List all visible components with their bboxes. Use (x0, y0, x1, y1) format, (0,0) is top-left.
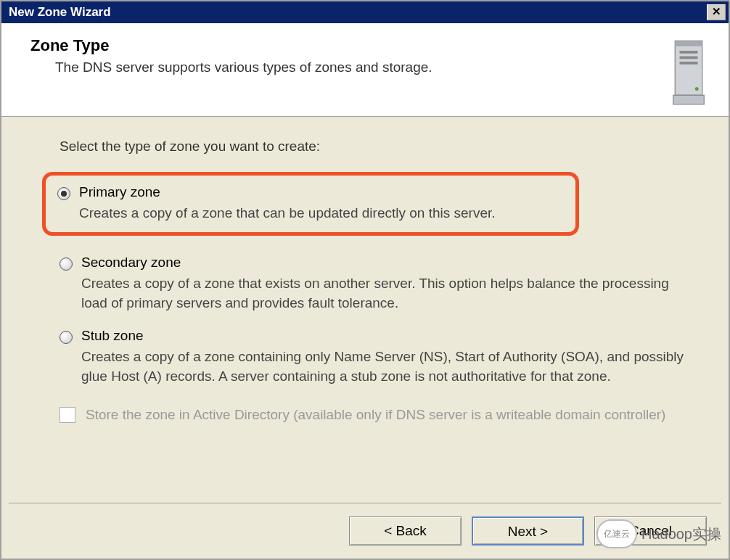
cancel-button[interactable]: Cancel (594, 516, 707, 545)
back-button[interactable]: < Back (349, 516, 462, 545)
svg-rect-4 (680, 62, 698, 65)
close-button[interactable]: ✕ (707, 4, 726, 20)
option-primary-zone[interactable]: Primary zone Creates a copy of a zone th… (57, 184, 564, 223)
wizard-header: Zone Type The DNS server supports variou… (1, 23, 729, 117)
server-icon (663, 36, 714, 109)
page-subtitle: The DNS server supports various types of… (55, 59, 649, 75)
svg-rect-5 (673, 95, 705, 104)
page-title: Zone Type (30, 36, 649, 55)
option-description: Creates a copy of a zone that can be upd… (79, 203, 496, 223)
radio-secondary-zone[interactable] (60, 258, 73, 271)
titlebar: New Zone Wizard ✕ (1, 1, 729, 23)
option-stub-zone[interactable]: Stub zone Creates a copy of a zone conta… (60, 328, 692, 387)
svg-rect-0 (675, 41, 702, 95)
option-label: Secondary zone (81, 255, 692, 271)
next-button[interactable]: Next > (472, 516, 584, 545)
store-in-ad-option: Store the zone in Active Directory (avai… (60, 407, 692, 423)
radio-stub-zone[interactable] (60, 331, 73, 344)
svg-point-6 (695, 87, 699, 91)
checkbox-label: Store the zone in Active Directory (avai… (86, 407, 665, 423)
option-description: Creates a copy of a zone that exists on … (81, 273, 692, 313)
header-text-block: Zone Type The DNS server supports variou… (30, 36, 649, 75)
option-secondary-zone[interactable]: Secondary zone Creates a copy of a zone … (60, 255, 692, 313)
button-bar: < Back Next > Cancel (9, 503, 721, 545)
svg-rect-3 (680, 57, 698, 59)
option-label: Primary zone (79, 184, 496, 200)
window-title: New Zone Wizard (9, 5, 707, 20)
close-icon: ✕ (712, 5, 721, 17)
svg-rect-2 (680, 51, 698, 54)
checkbox-store-ad (60, 407, 75, 423)
svg-rect-1 (675, 41, 702, 46)
radio-primary-zone[interactable] (57, 187, 70, 200)
instruction-text: Select the type of zone you want to crea… (60, 139, 692, 155)
wizard-content: Select the type of zone you want to crea… (1, 117, 729, 430)
highlight-box: Primary zone Creates a copy of a zone th… (42, 172, 579, 236)
option-description: Creates a copy of a zone containing only… (81, 347, 692, 387)
wizard-window: New Zone Wizard ✕ Zone Type The DNS serv… (0, 0, 730, 560)
option-label: Stub zone (81, 328, 692, 344)
